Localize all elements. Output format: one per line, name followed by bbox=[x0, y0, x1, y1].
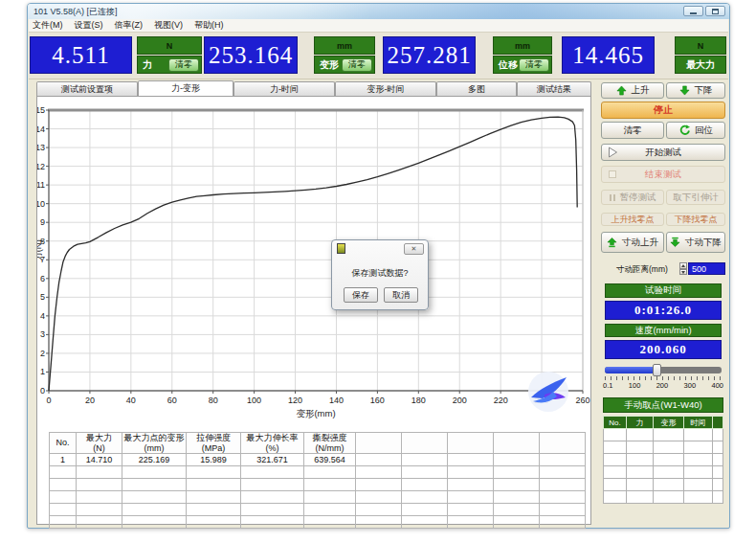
jog-distance-input[interactable]: 500 bbox=[688, 262, 725, 275]
dialog-cancel-button[interactable]: 取消 bbox=[384, 287, 418, 303]
svg-text:220: 220 bbox=[494, 396, 508, 405]
force-deformation-page: 0204060801001201401601802002202402600123… bbox=[36, 96, 591, 525]
max-force-label: 最大力 bbox=[686, 58, 715, 72]
svg-text:3: 3 bbox=[40, 329, 45, 339]
svg-text:60: 60 bbox=[167, 396, 177, 405]
maximize-button[interactable] bbox=[705, 6, 725, 16]
jog-distance-stepper[interactable] bbox=[679, 262, 687, 275]
svg-text:0: 0 bbox=[40, 386, 45, 396]
save-dialog: ✕ 保存测试数据? 保存 取消 bbox=[331, 239, 429, 310]
svg-text:180: 180 bbox=[411, 396, 426, 405]
jog-down-button[interactable]: 寸动下降 bbox=[666, 232, 725, 253]
up-arrow-icon bbox=[616, 85, 627, 96]
tab-multi-chart[interactable]: 多图 bbox=[436, 81, 517, 96]
svg-text:12: 12 bbox=[37, 162, 45, 171]
dialog-app-icon bbox=[337, 243, 345, 254]
svg-text:4: 4 bbox=[40, 311, 45, 321]
pause-test-button[interactable]: 暂停测试 bbox=[601, 190, 664, 205]
jog-down-icon bbox=[670, 237, 680, 248]
svg-text:5: 5 bbox=[40, 292, 45, 302]
svg-text:15: 15 bbox=[37, 105, 45, 115]
window-title: 101 V5.58(A) [已连接] bbox=[33, 6, 118, 18]
return-button[interactable]: 回位 bbox=[666, 122, 725, 139]
force-zero-button[interactable]: 清零 bbox=[168, 58, 199, 72]
slider-thumb[interactable] bbox=[653, 364, 661, 376]
col-max-force: 最大力(N) bbox=[77, 433, 122, 454]
dialog-message: 保存测试数据? bbox=[332, 267, 428, 280]
tab-force-time[interactable]: 力-时间 bbox=[233, 81, 335, 96]
control-panel: 上升 下降 停止 清零 回位 开始测试 结束测试 暂停测试 取下引伸计 bbox=[595, 80, 729, 525]
displacement-unit: mm bbox=[493, 36, 552, 55]
col-elongation: 最大力伸长率(%) bbox=[241, 433, 304, 454]
stop-button[interactable]: 停止 bbox=[601, 102, 725, 119]
empty-row bbox=[50, 516, 586, 529]
mini-col-time: 时间 bbox=[684, 417, 713, 429]
results-header-row: No. 最大力(N) 最大力点的变形(mm) 拉伸强度(MPa) 最大力伸长率(… bbox=[50, 433, 586, 454]
max-force-unit-box: N 最大力 bbox=[675, 36, 726, 74]
force-readout: 4.511 bbox=[30, 36, 132, 74]
jog-distance-label: 寸动距离(mm) bbox=[616, 264, 668, 276]
col-tear-strength: 撕裂强度(N/mm) bbox=[304, 433, 356, 454]
minimize-button[interactable] bbox=[683, 6, 703, 16]
up-find-zero-button[interactable]: 上升找零点 bbox=[601, 213, 664, 226]
deformation-unit-box: mm 变形 清零 bbox=[314, 36, 375, 74]
return-icon bbox=[678, 124, 690, 136]
force-label: 力 bbox=[143, 58, 152, 72]
deformation-zero-button[interactable]: 清零 bbox=[342, 58, 372, 72]
empty-row bbox=[604, 479, 723, 491]
manual-points-empty-rows bbox=[604, 429, 723, 504]
remove-extensometer-button[interactable]: 取下引伸计 bbox=[666, 190, 725, 205]
menu-help[interactable]: 帮助(H) bbox=[194, 19, 224, 32]
svg-text:40: 40 bbox=[126, 396, 136, 405]
force-unit-box: N 力 清零 bbox=[137, 36, 202, 74]
svg-text:20: 20 bbox=[85, 396, 95, 405]
manual-points-table: No. 力 变形 时间 bbox=[603, 416, 723, 504]
svg-text:260: 260 bbox=[575, 396, 589, 405]
force-unit: N bbox=[137, 36, 202, 55]
start-test-button[interactable]: 开始测试 bbox=[601, 144, 725, 161]
tab-test-results[interactable]: 测试结果 bbox=[517, 81, 591, 96]
test-time-header: 试验时间 bbox=[605, 283, 722, 298]
svg-text:9: 9 bbox=[40, 217, 45, 227]
max-force-unit: N bbox=[675, 36, 726, 55]
zero-button[interactable]: 清零 bbox=[601, 122, 664, 139]
titlebar: 101 V5.58(A) [已连接] bbox=[28, 4, 729, 19]
menu-file[interactable]: 文件(M) bbox=[33, 19, 63, 32]
down-arrow-icon bbox=[679, 85, 690, 96]
menu-settings[interactable]: 设置(S) bbox=[75, 19, 103, 32]
svg-text:120: 120 bbox=[288, 396, 302, 405]
slider-fill bbox=[605, 367, 655, 373]
empty-row bbox=[604, 466, 723, 479]
results-empty-rows bbox=[50, 466, 586, 529]
menu-view[interactable]: 视图(V) bbox=[154, 19, 183, 32]
menu-ratio[interactable]: 倍率(Z) bbox=[115, 19, 144, 32]
svg-text:变形(mm): 变形(mm) bbox=[296, 408, 335, 419]
svg-text:140: 140 bbox=[329, 396, 344, 405]
dialog-save-button[interactable]: 保存 bbox=[344, 287, 378, 303]
dialog-close-button[interactable]: ✕ bbox=[404, 243, 424, 255]
jog-up-button[interactable]: 寸动上升 bbox=[601, 232, 664, 253]
tab-force-deformation[interactable]: 力-变形 bbox=[138, 80, 233, 96]
empty-row bbox=[50, 491, 586, 504]
displacement-zero-button[interactable]: 清零 bbox=[519, 58, 549, 72]
down-find-zero-button[interactable]: 下降找零点 bbox=[666, 213, 725, 226]
maximize-icon bbox=[712, 9, 719, 14]
speed-header: 速度(mm/min) bbox=[605, 324, 722, 337]
tab-deformation-time[interactable]: 变形-时间 bbox=[335, 81, 436, 96]
tab-test-settings[interactable]: 测试前设置项 bbox=[36, 81, 138, 96]
bird-logo bbox=[523, 371, 572, 413]
result-row[interactable]: 1 14.710 225.169 15.989 321.671 639.564 bbox=[50, 454, 586, 466]
svg-text:200: 200 bbox=[453, 396, 467, 405]
deformation-label: 变形 bbox=[320, 58, 339, 72]
svg-text:100: 100 bbox=[247, 396, 261, 405]
window-controls bbox=[683, 6, 725, 16]
down-button[interactable]: 下降 bbox=[666, 82, 725, 99]
speed-slider[interactable] bbox=[605, 367, 722, 373]
up-button[interactable]: 上升 bbox=[601, 82, 664, 99]
svg-text:11: 11 bbox=[37, 180, 45, 190]
svg-text:1: 1 bbox=[40, 367, 45, 376]
empty-row bbox=[50, 479, 586, 491]
svg-text:10: 10 bbox=[37, 199, 45, 209]
displacement-readout: 257.281 bbox=[383, 36, 476, 74]
end-test-button[interactable]: 结束测试 bbox=[601, 166, 725, 183]
